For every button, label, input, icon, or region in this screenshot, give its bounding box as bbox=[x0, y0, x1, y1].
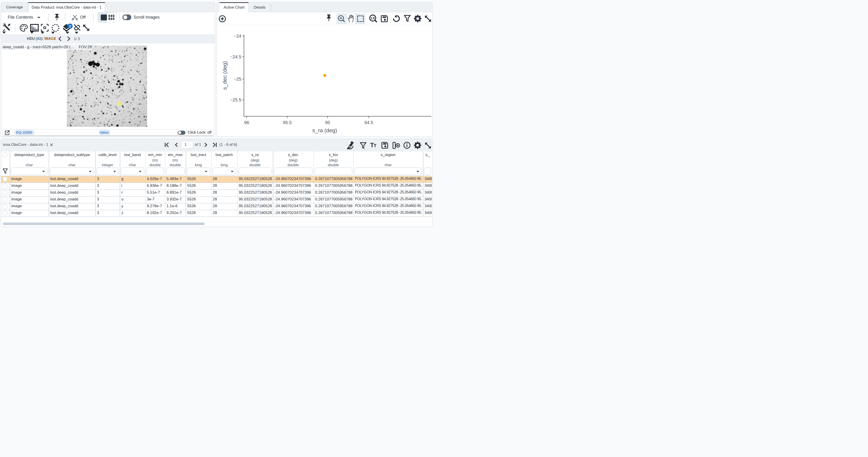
svg-text:1X: 1X bbox=[371, 16, 375, 20]
svg-text:−25: −25 bbox=[234, 77, 241, 82]
svg-text:95: 95 bbox=[325, 120, 330, 125]
svg-text:−24: −24 bbox=[234, 33, 241, 38]
svg-text:s_dec (deg): s_dec (deg) bbox=[222, 61, 228, 90]
svg-text:95.5: 95.5 bbox=[283, 120, 291, 125]
svg-text:−25.5: −25.5 bbox=[230, 97, 241, 102]
svg-text:96: 96 bbox=[244, 120, 249, 125]
svg-text:s_ra (deg): s_ra (deg) bbox=[312, 127, 337, 133]
svg-text:−24.5: −24.5 bbox=[230, 54, 241, 59]
svg-text:94.5: 94.5 bbox=[364, 120, 373, 125]
